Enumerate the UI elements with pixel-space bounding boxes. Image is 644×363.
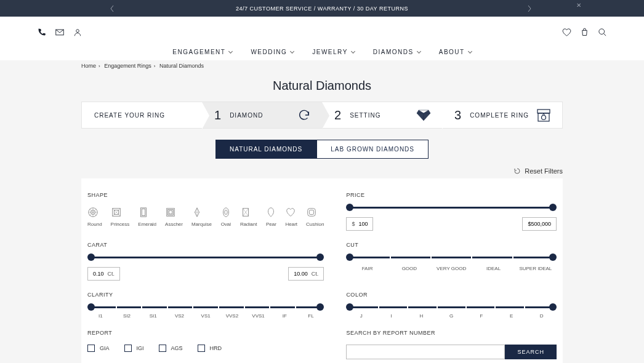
step-complete-ring[interactable]: 3 COMPLETE RING [442,102,562,128]
price-slider[interactable] [350,207,553,209]
shape-oval[interactable]: Oval [220,207,231,227]
svg-rect-4 [537,110,550,113]
svg-point-1 [76,29,79,32]
color-slider-min-handle[interactable] [346,303,353,311]
svg-point-16 [225,210,228,214]
nav-diamonds[interactable]: DIAMONDS [373,49,421,55]
shape-cushion[interactable]: Cushion [306,207,324,227]
svg-rect-11 [142,209,145,216]
cut-slider[interactable] [350,257,553,258]
ring-builder-steps: CREATE YOUR RING 1 DIAMOND 2 SETTING 3 C… [81,102,563,129]
nav-about[interactable]: ABOUT [439,49,472,55]
cut-slider-min-handle[interactable] [346,253,353,261]
clarity-slider-max-handle[interactable] [316,303,324,311]
filter-report: REPORT GIAIGIAGSHRD [87,330,324,359]
svg-rect-14 [169,210,172,213]
report-check-gia[interactable]: GIA [87,345,110,352]
nav-wedding[interactable]: WEDDING [251,49,294,55]
report-check-ags[interactable]: AGS [159,345,183,352]
page-title: Natural Diamonds [0,69,644,102]
price-slider-max-handle[interactable] [549,204,557,211]
reset-filters[interactable]: Reset Filters [81,167,563,175]
step-create-your-ring: CREATE YOUR RING [82,102,202,128]
carat-slider[interactable] [91,257,320,258]
nav-engagement[interactable]: ENGAGEMENT [172,49,232,55]
announcement-next-arrow[interactable] [527,5,532,12]
search-icon[interactable] [598,28,607,37]
tab-lab-grown-diamonds[interactable]: LAB GROWN DIAMONDS [316,140,429,159]
breadcrumb-engagement-rings[interactable]: Engagement Rings [104,63,151,69]
announcement-close-icon[interactable]: ✕ [576,2,582,9]
svg-rect-19 [309,210,313,214]
announcement-prev-arrow[interactable] [110,5,115,12]
shape-heart[interactable]: Heart [285,207,297,227]
diamond-type-tabs: NATURAL DIAMONDS LAB GROWN DIAMONDS [0,140,644,159]
cut-slider-max-handle[interactable] [549,253,557,261]
color-slider-max-handle[interactable] [549,303,557,311]
breadcrumb: Home› Engagement Rings› Natural Diamonds [0,60,644,69]
price-min-input[interactable]: $100 [346,217,373,231]
header: ENGAGEMENT WEDDING JEWELRY DIAMONDS ABOU… [0,17,644,60]
step-diamond[interactable]: 1 DIAMOND [202,102,322,128]
phone-icon[interactable] [37,28,46,37]
color-slider[interactable] [350,306,553,308]
price-slider-min-handle[interactable] [346,204,353,211]
carat-slider-min-handle[interactable] [87,253,95,261]
report-check-igi[interactable]: IGI [124,345,144,352]
tab-natural-diamonds[interactable]: NATURAL DIAMONDS [215,140,316,159]
step-setting[interactable]: 2 SETTING [322,102,442,128]
cart-icon[interactable] [580,28,589,37]
shape-asscher[interactable]: Asscher [165,207,183,227]
account-icon[interactable] [73,28,82,37]
diamond-icon [416,109,431,121]
filter-cut: CUT FAIRGOODVERY GOODIDEALSUPER IDEAL [346,242,557,281]
announcement-text: 24/7 CUSTOMER SERVICE / WARRANTY / 30 DA… [236,6,408,12]
shape-princess[interactable]: Princess [111,207,130,227]
filter-panel: SHAPE RoundPrincessEmeraldAsscherMarquis… [81,178,563,363]
shape-radiant[interactable]: Radiant [240,207,257,227]
shape-round[interactable]: Round [87,207,102,227]
filter-search-report: SEARCH BY REPORT NUMBER SEARCH [346,330,557,359]
shape-emerald[interactable]: Emerald [138,207,156,227]
filter-shape: SHAPE RoundPrincessEmeraldAsscherMarquis… [87,192,324,231]
filter-color: COLOR JIHGFED [346,292,557,319]
main-nav: ENGAGEMENT WEDDING JEWELRY DIAMONDS ABOU… [37,41,607,60]
svg-point-15 [223,208,228,217]
price-max-input[interactable]: $500,000 [522,217,557,231]
clarity-slider-min-handle[interactable] [87,303,95,311]
svg-point-5 [542,116,546,120]
breadcrumb-current: Natural Diamonds [159,63,204,69]
report-number-input[interactable] [346,345,505,359]
carat-slider-max-handle[interactable] [316,253,324,261]
carat-max-input[interactable]: 10.00Ct. [288,267,324,281]
svg-rect-18 [308,209,316,217]
filter-carat: CARAT 0.10Ct. 10.00Ct. [87,242,324,281]
wishlist-icon[interactable] [562,28,571,37]
breadcrumb-home[interactable]: Home [81,63,96,69]
nav-jewelry[interactable]: JEWELRY [312,49,355,55]
filter-price: PRICE $100 $500,000 [346,192,557,231]
report-search-button[interactable]: SEARCH [505,345,557,359]
ring-box-icon [536,108,551,122]
clarity-slider[interactable] [91,306,320,308]
shape-marquise[interactable]: Marquise [191,207,212,227]
refresh-icon[interactable] [297,108,311,122]
shape-pear[interactable]: Pear [265,207,276,227]
report-check-hrd[interactable]: HRD [198,345,222,352]
carat-min-input[interactable]: 0.10Ct. [87,267,120,281]
svg-point-2 [599,28,605,34]
announcement-bar: 24/7 CUSTOMER SERVICE / WARRANTY / 30 DA… [0,0,644,17]
filter-clarity: CLARITY I1SI2SI1VS2VS1VVS2VVS1IFFL [87,292,324,319]
reset-icon [513,167,521,175]
email-icon[interactable] [55,28,65,37]
